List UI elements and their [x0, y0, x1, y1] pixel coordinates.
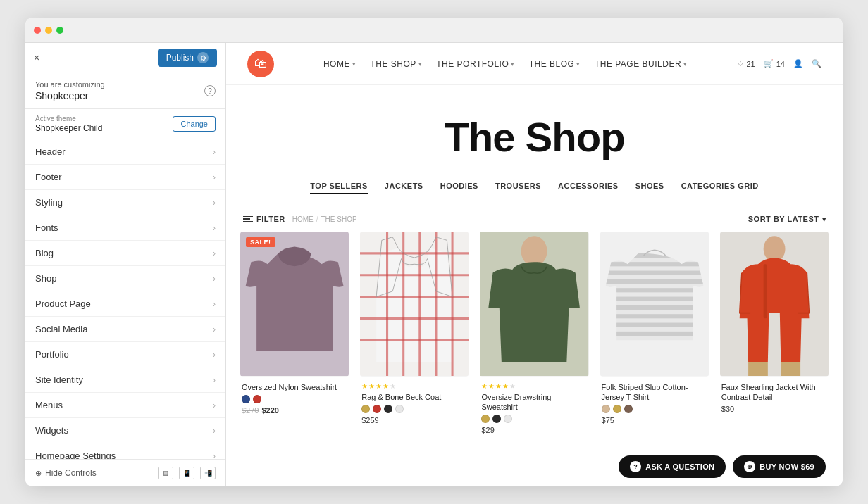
svg-point-13: [521, 236, 547, 266]
color-swatch[interactable]: [253, 395, 261, 403]
dot-yellow[interactable]: [45, 27, 52, 34]
category-tab-accessories[interactable]: ACCESSORIES: [558, 182, 619, 194]
color-swatch[interactable]: [361, 405, 370, 413]
star-icon: ★: [495, 382, 502, 390]
header-actions: ♡ 21 🛒 14 👤 🔍: [737, 59, 822, 68]
sort-chevron-icon: ▾: [822, 215, 826, 223]
color-swatch[interactable]: [242, 395, 250, 403]
color-swatch[interactable]: [504, 415, 512, 423]
category-tab-shoes[interactable]: SHOES: [636, 182, 664, 194]
color-swatch[interactable]: [384, 405, 392, 413]
search-button[interactable]: 🔍: [812, 59, 822, 68]
sidebar-item-shop[interactable]: Shop›: [25, 266, 225, 291]
nav-item-the-shop[interactable]: THE SHOP▾: [370, 59, 422, 69]
filter-left: FILTER HOME / THE SHOP: [243, 215, 357, 223]
active-theme-label: Active theme: [35, 115, 102, 122]
nav-item-the-blog[interactable]: THE BLOG▾: [529, 59, 581, 69]
category-tab-top-sellers[interactable]: TOP SELLERS: [310, 182, 368, 194]
star-rating: ★★★★★: [481, 382, 587, 390]
sidebar-item-portfolio[interactable]: Portfolio›: [25, 342, 225, 367]
product-card[interactable]: Faux Shearling Jacket With Contrast Deta…: [720, 232, 829, 437]
breadcrumb-home[interactable]: HOME: [292, 215, 314, 223]
browser-chrome: [25, 18, 843, 43]
tablet-view-icon[interactable]: 📱: [179, 467, 194, 479]
search-icon: 🔍: [812, 59, 822, 68]
color-swatches: [361, 405, 467, 413]
color-swatch[interactable]: [613, 405, 621, 413]
site-header: 🛍 HOME▾THE SHOP▾THE PORTFOLIO▾THE BLOG▾T…: [226, 43, 843, 85]
account-button[interactable]: 👤: [793, 59, 803, 68]
category-tab-trousers[interactable]: TROUSERS: [495, 182, 541, 194]
color-swatch[interactable]: [373, 405, 381, 413]
filter-button[interactable]: FILTER: [243, 215, 285, 223]
ask-question-button[interactable]: ? ASK A QUESTION: [619, 455, 726, 478]
sidebar-item-header[interactable]: Header›: [25, 139, 225, 165]
sidebar-item-blog[interactable]: Blog›: [25, 241, 225, 266]
sidebar-item-product-page[interactable]: Product Page›: [25, 291, 225, 317]
hide-controls-button[interactable]: ⊕ Hide Controls: [35, 468, 97, 478]
star-icon: ★: [368, 382, 375, 390]
filter-lines-icon: [243, 216, 253, 222]
color-swatch[interactable]: [481, 415, 490, 423]
close-button[interactable]: ×: [34, 52, 39, 63]
color-swatch[interactable]: [602, 405, 610, 413]
product-price: $29: [481, 426, 587, 434]
category-tab-hoodies[interactable]: HOODIES: [440, 182, 478, 194]
dot-red[interactable]: [34, 27, 41, 34]
product-price: $30: [721, 405, 827, 413]
star-icon: ★: [361, 382, 368, 390]
star-icon: ★: [390, 382, 396, 390]
hide-controls-label: Hide Controls: [45, 468, 97, 478]
product-name: Oversized Nylon Sweatshirt: [242, 382, 347, 392]
sidebar-menu: Header›Footer›Styling›Fonts›Blog›Shop›Pr…: [25, 139, 225, 459]
nav-item-the-page-builder[interactable]: THE PAGE BUILDER▾: [595, 59, 688, 69]
product-info: Faux Shearling Jacket With Contrast Deta…: [720, 377, 829, 417]
product-card[interactable]: Folk Striped Slub Cotton-Jersey T-Shirt …: [600, 232, 709, 437]
product-price-value: $75: [602, 416, 614, 424]
cart-button[interactable]: 🛒 14: [764, 59, 785, 68]
product-card[interactable]: ★★★★★ Rag & Bone Beck Coat $259: [360, 232, 469, 437]
dot-green[interactable]: [56, 27, 63, 34]
wishlist-button[interactable]: ♡ 21: [737, 59, 755, 68]
wishlist-count: 21: [747, 60, 755, 68]
chevron-right-icon: ›: [213, 274, 216, 284]
mobile-view-icon[interactable]: 📲: [200, 467, 216, 479]
sidebar-item-footer[interactable]: Footer›: [25, 165, 225, 190]
sidebar-item-social-media[interactable]: Social Media›: [25, 317, 225, 342]
breadcrumb-shop[interactable]: THE SHOP: [321, 215, 356, 223]
sidebar-item-styling[interactable]: Styling›: [25, 190, 225, 215]
filter-bar: FILTER HOME / THE SHOP SORT BY LATEST ▾: [226, 206, 843, 232]
cta-bar: ? ASK A QUESTION ⊕ BUY NOW $69: [226, 448, 843, 484]
category-tab-categories-grid[interactable]: CATEGORIES GRID: [681, 182, 759, 194]
sidebar-item-widgets[interactable]: Widgets›: [25, 418, 225, 443]
sort-button[interactable]: SORT BY LATEST ▾: [748, 215, 826, 223]
change-theme-button[interactable]: Change: [173, 116, 216, 132]
chevron-right-icon: ›: [213, 248, 216, 258]
svg-rect-17: [600, 271, 709, 275]
sidebar-item-site-identity[interactable]: Site Identity›: [25, 367, 225, 393]
color-swatch[interactable]: [395, 405, 404, 413]
product-info: Oversized Nylon Sweatshirt $270$220: [240, 377, 349, 417]
color-swatch[interactable]: [624, 405, 633, 413]
product-price-value: $259: [361, 416, 378, 424]
publish-label: Publish: [166, 53, 194, 63]
publish-button[interactable]: Publish ⚙: [158, 49, 217, 67]
sidebar-item-menus[interactable]: Menus›: [25, 393, 225, 418]
site-logo: 🛍: [247, 51, 274, 77]
chevron-right-icon: ›: [213, 147, 216, 157]
desktop-view-icon[interactable]: 🖥: [158, 467, 173, 479]
product-card[interactable]: SALE! Oversized Nylon Sweatshirt $270$22…: [240, 232, 349, 437]
chevron-right-icon: ›: [213, 350, 216, 360]
nav-item-the-portfolio[interactable]: THE PORTFOLIO▾: [436, 59, 514, 69]
buy-now-button[interactable]: ⊕ BUY NOW $69: [733, 455, 826, 478]
sidebar-item-fonts[interactable]: Fonts›: [25, 215, 225, 241]
color-swatch[interactable]: [492, 415, 501, 423]
nav-item-home[interactable]: HOME▾: [323, 59, 356, 69]
product-price: $270$220: [242, 406, 347, 415]
sidebar-footer: ⊕ Hide Controls 🖥 📱 📲: [25, 459, 225, 486]
cart-count: 14: [776, 60, 785, 68]
product-card[interactable]: ★★★★★ Oversize Drawstring Sweatshirt $29: [480, 232, 588, 437]
help-icon[interactable]: ?: [204, 85, 216, 96]
sidebar-item-homepage-settings[interactable]: Homepage Settings›: [25, 443, 225, 459]
category-tab-jackets[interactable]: JACKETS: [385, 182, 423, 194]
